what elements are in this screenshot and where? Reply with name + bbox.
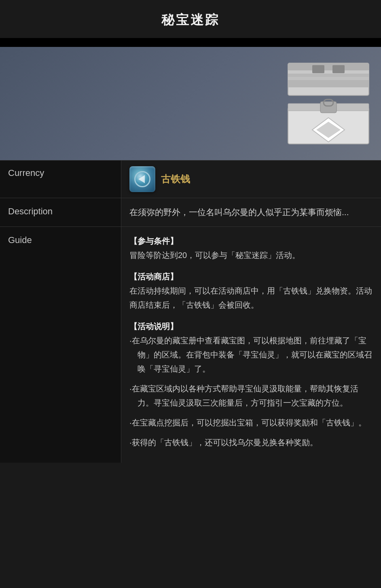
svg-rect-3	[288, 74, 369, 77]
guide-section1-body: 冒险等阶达到20，可以参与「秘宝迷踪」活动。	[129, 248, 373, 262]
description-label: Description	[0, 198, 121, 226]
guide-bullet4: ·获得的「古铁钱」，还可以找乌尔曼兑换各种奖励。	[129, 436, 373, 450]
currency-label: Currency	[0, 161, 121, 198]
svg-rect-6	[312, 65, 324, 73]
svg-rect-1	[288, 63, 369, 70]
guide-section1-title: 【参与条件】	[129, 234, 373, 248]
guide-bullet1: ·在乌尔曼的藏宝册中查看藏宝图，可以根据地图，前往埋藏了「宝物」的区域。在背包中…	[129, 334, 373, 376]
guide-section2-title: 【活动商店】	[129, 270, 373, 284]
guide-row: Guide 【参与条件】 冒险等阶达到20，可以参与「秘宝迷踪」活动。 【活动商…	[0, 226, 381, 463]
page-title: 秘宝迷踪	[0, 0, 381, 38]
svg-rect-2	[288, 70, 369, 74]
description-value: 在须弥的野外，一位名叫乌尔曼的人似乎正为某事而烦恼...	[121, 198, 381, 226]
guide-label: Guide	[0, 227, 121, 463]
guide-bullet3: ·在宝藏点挖掘后，可以挖掘出宝箱，可以获得奖励和「古铁钱」。	[129, 416, 373, 430]
description-row: Description 在须弥的野外，一位名叫乌尔曼的人似乎正为某事而烦恼...	[0, 198, 381, 226]
guide-bullet2: ·在藏宝区域内以各种方式帮助寻宝仙灵汲取能量，帮助其恢复活力。寻宝仙灵汲取三次能…	[129, 382, 373, 410]
svg-rect-12	[320, 102, 337, 113]
separator-bar	[0, 38, 381, 47]
currency-coin-icon	[129, 166, 155, 192]
banner-chest-icon	[284, 55, 373, 152]
currency-value: 古铁钱	[121, 161, 381, 198]
banner-image	[0, 47, 381, 160]
svg-rect-7	[332, 65, 345, 73]
svg-rect-4	[288, 77, 369, 80]
svg-rect-5	[288, 80, 369, 87]
currency-row: Currency 古铁钱	[0, 160, 381, 198]
currency-name: 古铁钱	[161, 171, 190, 187]
guide-section3-title: 【活动说明】	[129, 319, 373, 334]
guide-value: 【参与条件】 冒险等阶达到20，可以参与「秘宝迷踪」活动。 【活动商店】 在活动…	[121, 227, 381, 463]
coin-arrow	[138, 175, 145, 183]
guide-section2-body: 在活动持续期间，可以在活动商店中，用「古铁钱」兑换物资。活动商店结束后，「古铁钱…	[129, 284, 373, 312]
